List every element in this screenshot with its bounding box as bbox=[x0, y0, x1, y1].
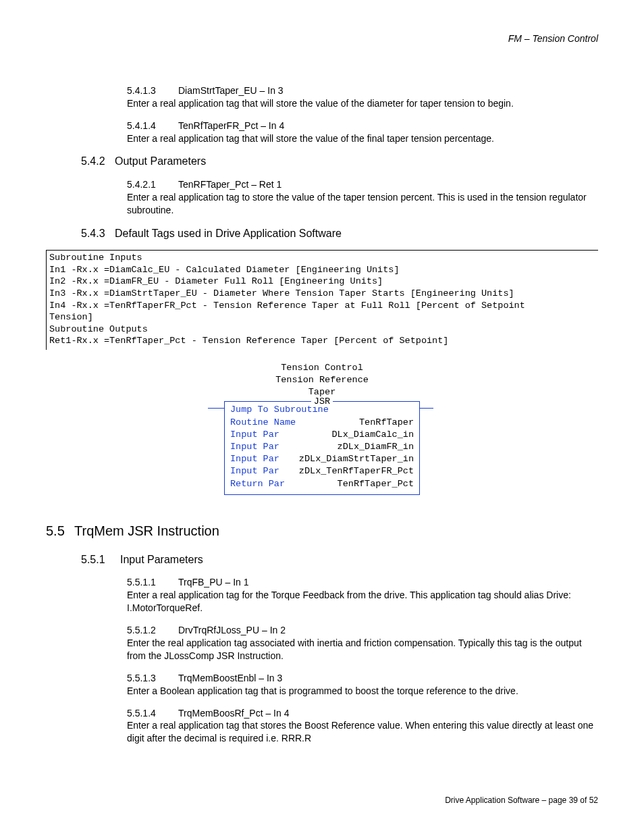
jsr-row-label: Input Par bbox=[230, 465, 279, 477]
section-title: TrqFB_PU – In 1 bbox=[178, 576, 249, 589]
section-title: TrqMemBoostEnbl – In 3 bbox=[178, 672, 282, 685]
jsr-row-label: Return Par bbox=[230, 478, 285, 490]
jsr-row-label: Input Par bbox=[230, 441, 279, 453]
heading-5-5: 5.5 TrqMem JSR Instruction bbox=[46, 522, 598, 540]
section-body: Enter a real application tag that will s… bbox=[127, 97, 598, 110]
jsr-row: Input Par zDLx_DiamStrtTaper_in bbox=[230, 453, 414, 465]
heading-5-5-1: 5.5.1 Input Parameters bbox=[81, 552, 598, 567]
jsr-row-label: Input Par bbox=[230, 453, 279, 465]
jsr-title-line1: Tension Control bbox=[46, 362, 598, 374]
section-body: Enter a real application tag that stores… bbox=[127, 719, 598, 745]
jsr-row-label: Routine Name bbox=[230, 417, 296, 429]
section-number: 5.5.1.2 bbox=[127, 624, 178, 637]
section-title: TrqMemBoosRf_Pct – In 4 bbox=[178, 707, 289, 720]
section-5-5-1-3: 5.5.1.3 TrqMemBoostEnbl – In 3 Enter a B… bbox=[127, 672, 598, 698]
subroutine-code-block: Subroutine Inputs In1 -Rx.x =DiamCalc_EU… bbox=[46, 250, 598, 349]
heading-number: 5.5.1 bbox=[81, 552, 120, 567]
heading-title: TrqMem JSR Instruction bbox=[74, 522, 219, 540]
jsr-header-label: JSR bbox=[311, 396, 333, 407]
jsr-row-value: zDLx_DiamFR_in bbox=[338, 441, 414, 453]
section-5-5-1-1: 5.5.1.1 TrqFB_PU – In 1 Enter a real app… bbox=[127, 576, 598, 615]
section-body: Enter a real application tag for the Tor… bbox=[127, 589, 598, 615]
heading-title: Input Parameters bbox=[120, 552, 203, 567]
jsr-rung-right bbox=[420, 408, 433, 409]
section-body: Enter the real application tag associate… bbox=[127, 637, 598, 662]
jsr-row-value: zDLx_DiamStrtTaper_in bbox=[299, 453, 414, 465]
jsr-row-value: TenRfTaper bbox=[359, 417, 414, 429]
jsr-row: Return Par TenRfTaper_Pct bbox=[230, 478, 414, 490]
jsr-diagram: Tension Control Tension Reference Taper … bbox=[46, 362, 598, 495]
section-number: 5.4.1.4 bbox=[127, 120, 178, 132]
section-number: 5.4.2.1 bbox=[127, 178, 178, 191]
heading-title: Default Tags used in Drive Application S… bbox=[115, 226, 342, 241]
jsr-rung-left bbox=[208, 408, 224, 409]
section-body: Enter a real application tag that will s… bbox=[127, 132, 598, 145]
jsr-row: Input Par DLx_DiamCalc_in bbox=[230, 429, 414, 441]
section-number: 5.4.1.3 bbox=[127, 84, 178, 97]
section-5-4-1-4: 5.4.1.4 TenRfTaperFR_Pct – In 4 Enter a … bbox=[127, 120, 598, 145]
heading-number: 5.5 bbox=[46, 522, 74, 540]
heading-5-4-2: 5.4.2 Output Parameters bbox=[81, 154, 598, 169]
page: FM – Tension Control 5.4.1.3 DiamStrtTap… bbox=[0, 0, 644, 834]
section-title: TenRFTaper_Pct – Ret 1 bbox=[178, 178, 281, 191]
jsr-row-value: zDLx_TenRfTaperFR_Pct bbox=[299, 465, 414, 477]
running-header: FM – Tension Control bbox=[46, 32, 598, 45]
heading-title: Output Parameters bbox=[115, 154, 206, 169]
page-footer: Drive Application Software – page 39 of … bbox=[445, 795, 598, 806]
section-title: TenRfTaperFR_Pct – In 4 bbox=[178, 120, 284, 132]
section-body: Enter a Boolean application tag that is … bbox=[127, 685, 598, 698]
jsr-row-value: TenRfTaper_Pct bbox=[338, 478, 414, 490]
jsr-row: Input Par zDLx_TenRfTaperFR_Pct bbox=[230, 465, 414, 477]
section-5-5-1-4: 5.5.1.4 TrqMemBoosRf_Pct – In 4 Enter a … bbox=[127, 707, 598, 746]
jsr-row: Input Par zDLx_DiamFR_in bbox=[230, 441, 414, 453]
jsr-title-line2: Tension Reference bbox=[46, 374, 598, 386]
section-number: 5.5.1.3 bbox=[127, 672, 178, 685]
section-body: Enter a real application tag to store th… bbox=[127, 191, 598, 217]
section-number: 5.5.1.4 bbox=[127, 707, 178, 720]
jsr-row-value: DLx_DiamCalc_in bbox=[331, 429, 414, 441]
section-title: DiamStrtTaper_EU – In 3 bbox=[178, 84, 284, 97]
section-title: DrvTrqRfJLoss_PU – In 2 bbox=[178, 624, 286, 637]
heading-number: 5.4.3 bbox=[81, 226, 115, 241]
heading-5-4-3: 5.4.3 Default Tags used in Drive Applica… bbox=[81, 226, 598, 241]
section-5-4-1-3: 5.4.1.3 DiamStrtTaper_EU – In 3 Enter a … bbox=[127, 84, 598, 110]
jsr-row-label: Input Par bbox=[230, 429, 279, 441]
section-number: 5.5.1.1 bbox=[127, 576, 178, 589]
jsr-row: Routine Name TenRfTaper bbox=[230, 417, 414, 429]
section-5-4-2-1: 5.4.2.1 TenRFTaper_Pct – Ret 1 Enter a r… bbox=[127, 178, 598, 217]
heading-number: 5.4.2 bbox=[81, 154, 115, 169]
section-5-5-1-2: 5.5.1.2 DrvTrqRfJLoss_PU – In 2 Enter th… bbox=[127, 624, 598, 662]
jsr-box: JSR Jump To Subroutine Routine Name TenR… bbox=[224, 401, 420, 495]
